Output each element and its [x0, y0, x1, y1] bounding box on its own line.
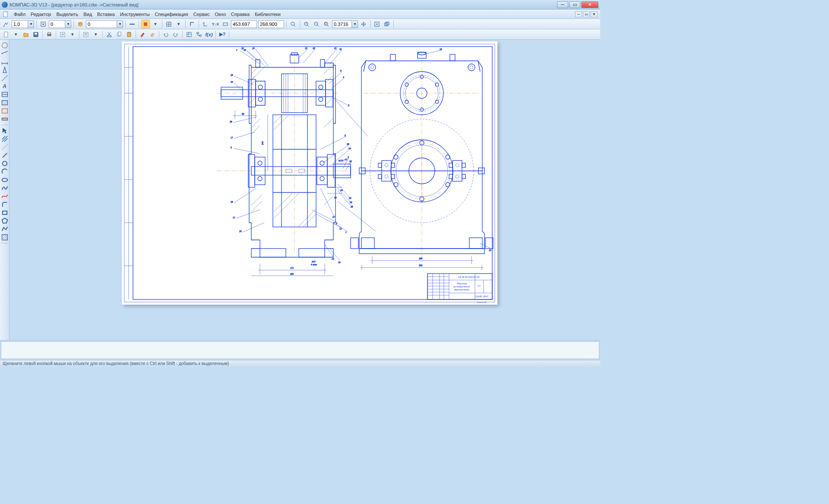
menu-help[interactable]: Справка	[228, 11, 252, 18]
select-icon[interactable]	[1, 127, 9, 135]
whatsthis-icon[interactable]: ▶?	[218, 30, 227, 39]
svg-rect-202	[450, 54, 455, 61]
properties-icon[interactable]	[82, 30, 90, 39]
hatch-aux-icon[interactable]	[1, 135, 9, 143]
snap-dropdown-icon[interactable]: ▾	[151, 20, 160, 28]
menu-view[interactable]: Вид	[81, 11, 95, 18]
new-icon[interactable]	[2, 30, 10, 39]
zoom-combo[interactable]: ▾	[332, 20, 358, 28]
arc-icon[interactable]	[1, 168, 9, 176]
maximize-button[interactable]: ▭	[569, 1, 580, 8]
step-dropdown[interactable]: ▾	[28, 21, 34, 28]
svg-line-132	[256, 49, 269, 66]
state-combo[interactable]: ▾	[49, 20, 71, 28]
menu-service[interactable]: Сервис	[191, 11, 212, 18]
menu-file[interactable]: Файл	[11, 11, 28, 18]
zoom-window-icon[interactable]	[322, 20, 331, 28]
notation-icon[interactable]	[1, 66, 9, 74]
hatch2-icon[interactable]	[1, 233, 9, 241]
line-icon[interactable]	[1, 151, 9, 159]
layer-dropdown[interactable]: ▾	[117, 21, 123, 28]
menu-insert[interactable]: Вставка	[95, 11, 117, 18]
save-icon[interactable]	[32, 30, 40, 39]
svg-point-42	[2, 43, 7, 48]
coord-icon[interactable]	[221, 20, 230, 28]
menu-select[interactable]: Выделить	[54, 11, 81, 18]
manager-icon[interactable]	[185, 30, 193, 39]
pan-icon[interactable]	[359, 20, 368, 28]
table-icon[interactable]	[1, 91, 9, 98]
redo-icon[interactable]	[171, 30, 180, 39]
cursor-step-icon[interactable]	[2, 20, 10, 28]
polygon-icon[interactable]	[1, 217, 9, 225]
brush-icon[interactable]	[138, 30, 147, 39]
undo-icon[interactable]	[161, 30, 170, 39]
preview-icon[interactable]	[58, 30, 67, 39]
zoom-dropdown[interactable]: ▾	[351, 21, 358, 28]
coord-y[interactable]: 268.900	[258, 20, 284, 28]
contour-icon[interactable]	[1, 225, 9, 233]
measure-icon[interactable]	[1, 115, 9, 123]
layer-combo[interactable]: ▾	[86, 20, 123, 28]
step-combo[interactable]: ▾	[12, 20, 34, 28]
variables-icon[interactable]: f(x)	[205, 30, 213, 39]
local-cs-icon[interactable]	[201, 20, 210, 28]
ortho-icon[interactable]	[188, 20, 196, 28]
zoom-out-icon[interactable]: −	[312, 20, 321, 28]
canvas-area[interactable]: 80 171 254 ø12 4 отв 144	[9, 40, 600, 340]
aux-line-icon[interactable]	[1, 143, 9, 151]
grid-dropdown-icon[interactable]: ▾	[174, 20, 183, 28]
mdi-minimize-button[interactable]: ─	[575, 11, 582, 17]
snap-icon[interactable]	[141, 20, 150, 28]
print-icon[interactable]	[45, 30, 54, 39]
paste-icon[interactable]	[125, 30, 133, 39]
fillet-icon[interactable]	[1, 201, 9, 208]
svg-rect-37	[187, 32, 191, 37]
open-icon[interactable]	[22, 30, 30, 39]
command-input[interactable]	[1, 341, 599, 359]
preview-dropdown-icon[interactable]: ▾	[68, 30, 77, 39]
zoom-input[interactable]	[332, 21, 351, 28]
menu-libraries[interactable]: Библиотеки	[252, 11, 283, 18]
circle-icon[interactable]	[1, 160, 9, 167]
linetype-icon[interactable]	[128, 20, 136, 28]
menu-tools[interactable]: Инструменты	[117, 11, 152, 18]
ellipse-icon[interactable]	[1, 176, 9, 184]
minimize-button[interactable]: ─	[557, 1, 568, 8]
drawing-paper[interactable]: 80 171 254 ø12 4 отв 144	[122, 41, 497, 305]
dimension-icon[interactable]	[1, 58, 9, 66]
point-icon[interactable]	[1, 50, 9, 57]
mdi-restore-button[interactable]: ▭	[583, 11, 590, 17]
bezier-icon[interactable]	[1, 192, 9, 200]
mdi-close-button[interactable]: ✕	[591, 11, 598, 17]
spline-icon[interactable]	[1, 184, 9, 192]
construction-icon[interactable]	[1, 74, 9, 82]
overlap-icon[interactable]	[383, 20, 391, 28]
close-button[interactable]: ✕	[581, 1, 598, 8]
state-icon[interactable]	[39, 20, 47, 28]
tree-icon[interactable]	[195, 30, 203, 39]
grid-icon[interactable]	[165, 20, 173, 28]
text-icon[interactable]: A	[1, 82, 9, 90]
layer-input[interactable]	[86, 21, 117, 28]
new-dropdown-icon[interactable]: ▾	[12, 30, 20, 39]
param-icon[interactable]	[1, 107, 9, 115]
rebuild-icon[interactable]	[373, 20, 381, 28]
layer-icon[interactable]	[76, 20, 85, 28]
state-input[interactable]	[49, 21, 65, 28]
copy-icon[interactable]	[115, 30, 123, 39]
step-input[interactable]	[12, 21, 28, 28]
eraser-icon[interactable]	[148, 30, 157, 39]
menu-window[interactable]: Окно	[212, 11, 228, 18]
zoom-fit-icon[interactable]	[289, 20, 297, 28]
coord-x[interactable]: 453.697	[231, 20, 257, 28]
menu-editor[interactable]: Редактор	[28, 11, 54, 18]
properties-dropdown-icon[interactable]: ▾	[92, 30, 100, 39]
zoom-in-icon[interactable]: +	[302, 20, 311, 28]
state-dropdown[interactable]: ▾	[65, 21, 71, 28]
edit-icon[interactable]	[1, 99, 9, 107]
menu-spec[interactable]: Спецификация	[152, 11, 191, 18]
cut-icon[interactable]	[105, 30, 114, 39]
geometry-icon[interactable]	[1, 41, 9, 49]
rect-icon[interactable]	[1, 209, 9, 217]
